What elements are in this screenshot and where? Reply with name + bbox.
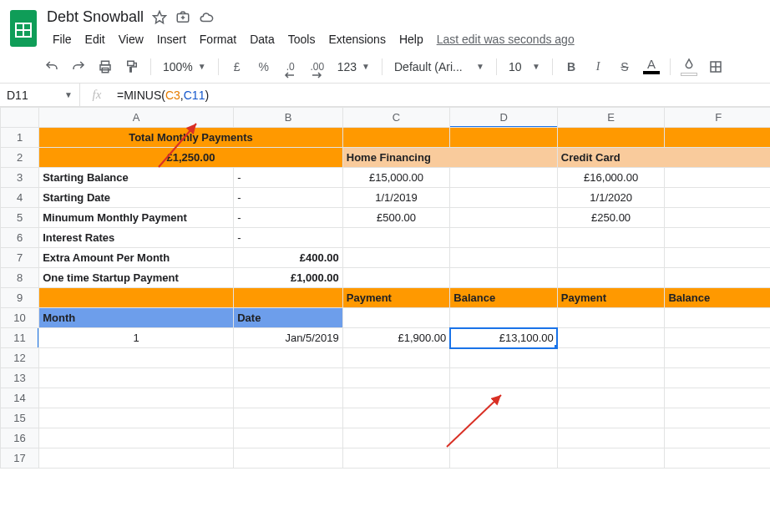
row-header-15[interactable]: 15 bbox=[1, 408, 39, 428]
menu-view[interactable]: View bbox=[113, 29, 149, 49]
cell-F10[interactable] bbox=[665, 308, 770, 328]
cell-E11[interactable] bbox=[557, 328, 665, 348]
cell-F5[interactable] bbox=[665, 208, 770, 228]
row-header-2[interactable]: 2 bbox=[1, 148, 39, 168]
row-header-8[interactable]: 8 bbox=[1, 268, 39, 288]
menu-edit[interactable]: Edit bbox=[79, 29, 111, 49]
cell-C5[interactable]: £500.00 bbox=[342, 208, 450, 228]
cell-F6[interactable] bbox=[665, 228, 770, 248]
col-header-D[interactable]: D bbox=[450, 108, 558, 128]
cell-F3[interactable] bbox=[665, 168, 770, 188]
row-header-6[interactable]: 6 bbox=[1, 228, 39, 248]
cell-C9[interactable]: Payment bbox=[342, 288, 450, 308]
cell-B10[interactable]: Date bbox=[234, 308, 343, 328]
cell-A17[interactable] bbox=[39, 448, 234, 469]
cell-D11[interactable]: £13,100.00 bbox=[450, 328, 558, 348]
cell-E14[interactable] bbox=[557, 388, 665, 408]
print-button[interactable] bbox=[94, 55, 117, 79]
cell-D17[interactable] bbox=[450, 448, 558, 469]
decrease-decimal-button[interactable]: .0 bbox=[279, 55, 302, 79]
cell-C2D2[interactable]: Home Financing bbox=[342, 148, 557, 168]
cell-E4[interactable]: 1/1/2020 bbox=[557, 188, 665, 208]
cell-F4[interactable] bbox=[665, 188, 770, 208]
cell-D14[interactable] bbox=[450, 388, 558, 408]
cell-D10[interactable] bbox=[450, 308, 558, 328]
cell-C8[interactable] bbox=[342, 268, 450, 288]
cell-D3[interactable] bbox=[450, 168, 558, 188]
col-header-A[interactable]: A bbox=[39, 108, 234, 128]
strikethrough-button[interactable]: S bbox=[613, 55, 636, 79]
row-header-14[interactable]: 14 bbox=[1, 388, 39, 408]
italic-button[interactable]: I bbox=[586, 55, 610, 79]
cell-F9[interactable]: Balance bbox=[665, 288, 770, 308]
cell-C11[interactable]: £1,900.00 bbox=[342, 328, 450, 348]
name-box[interactable]: D11▼ bbox=[0, 84, 80, 106]
cell-C15[interactable] bbox=[342, 408, 450, 428]
cell-D4[interactable] bbox=[450, 188, 558, 208]
row-header-16[interactable]: 16 bbox=[1, 428, 39, 448]
number-format-dropdown[interactable]: 123▼ bbox=[332, 60, 375, 73]
cell-A1B1[interactable]: Total Monthly Payments bbox=[39, 128, 343, 148]
col-header-B[interactable]: B bbox=[234, 108, 343, 128]
cell-C10[interactable] bbox=[342, 308, 450, 328]
row-header-1[interactable]: 1 bbox=[1, 128, 39, 148]
cell-B13[interactable] bbox=[234, 368, 343, 388]
undo-button[interactable] bbox=[40, 55, 63, 79]
cell-E16[interactable] bbox=[557, 428, 665, 448]
spreadsheet-grid[interactable]: A B C D E F 1 Total Monthly Payments 2 £… bbox=[0, 107, 770, 469]
cell-A6[interactable]: Interest Rates bbox=[39, 228, 234, 248]
cell-B9[interactable] bbox=[234, 288, 343, 308]
col-header-C[interactable]: C bbox=[342, 108, 450, 128]
cell-B12[interactable] bbox=[234, 348, 343, 368]
cell-E7[interactable] bbox=[557, 248, 665, 268]
percent-format-button[interactable]: % bbox=[252, 55, 276, 79]
cell-B8[interactable]: £1,000.00 bbox=[234, 268, 343, 288]
cell-C12[interactable] bbox=[342, 348, 450, 368]
row-header-7[interactable]: 7 bbox=[1, 248, 39, 268]
formula-bar[interactable]: =MINUS(C3,C11) bbox=[114, 84, 770, 106]
cell-A3[interactable]: Starting Balance bbox=[39, 168, 234, 188]
col-header-E[interactable]: E bbox=[557, 108, 665, 128]
cell-B15[interactable] bbox=[234, 408, 343, 428]
cell-C13[interactable] bbox=[342, 368, 450, 388]
cell-D7[interactable] bbox=[450, 248, 558, 268]
row-header-10[interactable]: 10 bbox=[1, 308, 39, 328]
cell-E6[interactable] bbox=[557, 228, 665, 248]
cell-B5[interactable]: - bbox=[234, 208, 343, 228]
cell-A15[interactable] bbox=[39, 408, 234, 428]
cell-F11[interactable] bbox=[665, 328, 770, 348]
cell-C7[interactable] bbox=[342, 248, 450, 268]
cell-D16[interactable] bbox=[450, 428, 558, 448]
cell-D12[interactable] bbox=[450, 348, 558, 368]
fill-color-button[interactable] bbox=[677, 55, 701, 79]
row-header-17[interactable]: 17 bbox=[1, 448, 39, 469]
cell-C17[interactable] bbox=[342, 448, 450, 469]
font-family-dropdown[interactable]: Default (Ari...▼ bbox=[389, 60, 489, 73]
row-header-12[interactable]: 12 bbox=[1, 348, 39, 368]
cell-E1[interactable] bbox=[557, 128, 665, 148]
col-header-F[interactable]: F bbox=[665, 108, 770, 128]
cell-B17[interactable] bbox=[234, 448, 343, 469]
cell-C1[interactable] bbox=[342, 128, 450, 148]
cell-B7[interactable]: £400.00 bbox=[234, 248, 343, 268]
currency-format-button[interactable]: £ bbox=[225, 55, 249, 79]
cell-D13[interactable] bbox=[450, 368, 558, 388]
row-header-3[interactable]: 3 bbox=[1, 168, 39, 188]
cell-C14[interactable] bbox=[342, 388, 450, 408]
font-size-dropdown[interactable]: 10▼ bbox=[504, 60, 545, 73]
star-icon[interactable] bbox=[152, 10, 167, 25]
cell-B16[interactable] bbox=[234, 428, 343, 448]
sheets-logo[interactable] bbox=[7, 7, 40, 50]
cell-A16[interactable] bbox=[39, 428, 234, 448]
increase-decimal-button[interactable]: .00 bbox=[306, 55, 329, 79]
cell-F15[interactable] bbox=[665, 408, 770, 428]
cell-F13[interactable] bbox=[665, 368, 770, 388]
cell-A9[interactable] bbox=[39, 288, 234, 308]
cell-C16[interactable] bbox=[342, 428, 450, 448]
cell-A8[interactable]: One time Startup Payment bbox=[39, 268, 234, 288]
cell-D6[interactable] bbox=[450, 228, 558, 248]
cell-E5[interactable]: £250.00 bbox=[557, 208, 665, 228]
cell-B3[interactable]: - bbox=[234, 168, 343, 188]
text-color-button[interactable]: A bbox=[640, 55, 663, 79]
cell-B6[interactable]: - bbox=[234, 228, 343, 248]
